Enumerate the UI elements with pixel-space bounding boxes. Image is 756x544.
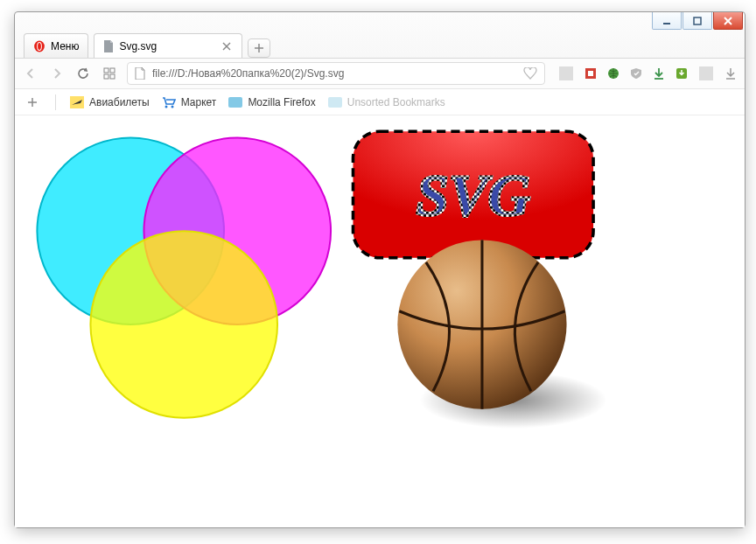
ext-globe-icon[interactable] <box>606 66 620 80</box>
basketball <box>397 240 566 408</box>
svg-point-6 <box>38 42 41 49</box>
file-icon <box>103 40 114 52</box>
tab-close-button[interactable] <box>220 40 233 52</box>
svg-rect-13 <box>104 74 108 79</box>
minimize-icon <box>662 16 672 26</box>
svg-rect-14 <box>110 74 115 79</box>
bookmark-unsorted[interactable]: Unsorted Bookmarks <box>328 96 445 108</box>
url-input[interactable] <box>152 67 516 80</box>
svg-rect-1 <box>694 17 701 24</box>
close-icon <box>222 42 231 51</box>
url-field[interactable] <box>127 62 545 85</box>
svg-point-25 <box>171 105 173 108</box>
chevron-right-icon <box>51 67 63 80</box>
forward-button[interactable] <box>48 65 66 82</box>
extension-icons <box>554 66 738 80</box>
svg-rect-11 <box>104 68 108 73</box>
page-content: SVG <box>15 115 745 527</box>
back-button[interactable] <box>22 65 39 82</box>
separator <box>55 94 56 110</box>
venn-diagram <box>37 137 331 417</box>
plus-icon <box>254 43 264 53</box>
venn-yellow <box>90 231 277 418</box>
reload-button[interactable] <box>74 65 92 82</box>
svg-document: SVG <box>15 115 745 527</box>
browser-window: Меню Svg.svg <box>14 11 746 528</box>
new-tab-button[interactable] <box>248 38 270 58</box>
plane-icon <box>70 96 84 108</box>
bookmark-market[interactable]: Маркет <box>162 96 217 108</box>
minimize-button[interactable] <box>652 12 682 30</box>
downloads-button[interactable] <box>724 66 738 80</box>
address-bar <box>15 58 745 89</box>
folder-icon <box>228 97 242 108</box>
bookmark-label: Mozilla Firefox <box>248 96 315 108</box>
ext-download-icon[interactable] <box>652 66 666 80</box>
app-menu-label: Меню <box>51 40 79 52</box>
add-bookmark-button[interactable] <box>24 94 41 111</box>
svg-text: SVG <box>416 163 531 228</box>
cart-icon <box>162 96 176 108</box>
ext-savefrom-icon[interactable] <box>675 66 689 80</box>
tab-title: Svg.svg <box>119 40 157 52</box>
separator <box>699 66 713 80</box>
bookmark-aviatickets[interactable]: Авиабилеты <box>70 96 150 108</box>
reload-icon <box>77 67 89 80</box>
chevron-left-icon <box>24 67 37 80</box>
grid-icon <box>103 67 116 80</box>
svg-rect-16 <box>588 71 593 76</box>
app-menu-button[interactable]: Меню <box>24 33 88 58</box>
bookmark-mozilla[interactable]: Mozilla Firefox <box>228 96 315 108</box>
plus-icon <box>27 97 38 108</box>
maximize-icon <box>692 16 703 26</box>
ext-adblock-icon[interactable] <box>584 66 598 80</box>
tab-active[interactable]: Svg.svg <box>94 33 242 58</box>
maximize-button[interactable] <box>682 12 712 30</box>
separator <box>559 66 573 80</box>
bookmarks-bar: Авиабилеты Маркет Mozilla Firefox Unsort… <box>15 89 745 115</box>
heart-icon[interactable] <box>523 67 537 80</box>
speed-dial-button[interactable] <box>101 65 118 82</box>
bookmark-label: Авиабилеты <box>89 96 150 108</box>
close-button[interactable] <box>713 12 743 30</box>
opera-icon <box>33 40 46 52</box>
bookmark-label: Unsorted Bookmarks <box>347 96 445 108</box>
bookmark-label: Маркет <box>181 96 217 108</box>
file-icon <box>135 67 145 80</box>
ext-shield-icon[interactable] <box>629 66 643 80</box>
svg-point-24 <box>164 105 167 108</box>
close-icon <box>723 16 733 26</box>
folder-icon <box>328 97 342 108</box>
svg-rect-12 <box>110 68 115 73</box>
tab-bar: Меню Svg.svg <box>15 31 745 58</box>
